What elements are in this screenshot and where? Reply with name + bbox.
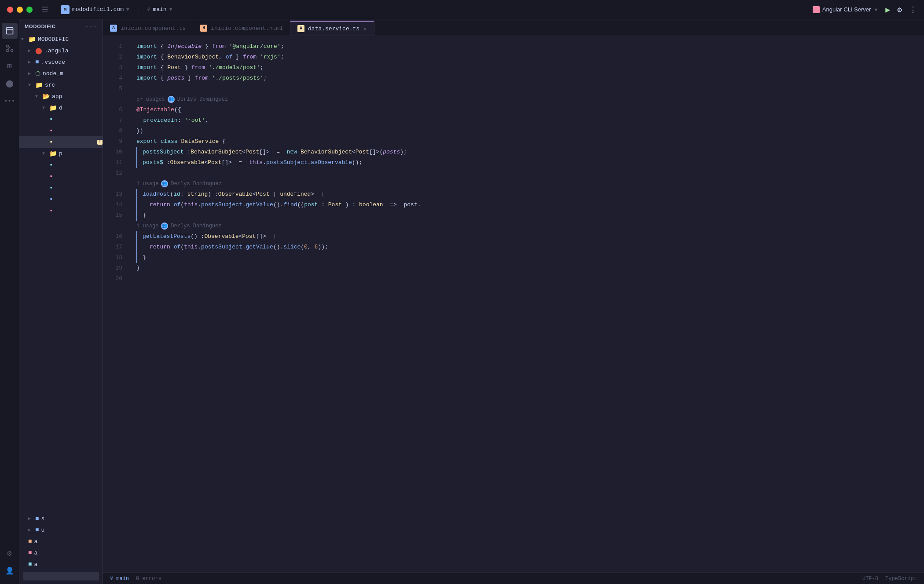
ts-file-icon: ▪	[49, 116, 53, 123]
usage-author-3: Derlys Dominguez	[171, 221, 221, 231]
project-icon: M	[61, 5, 70, 14]
code-line-8: })	[136, 126, 924, 136]
more-options-button[interactable]: ⋮	[909, 5, 917, 15]
angular-icon: ⬤	[35, 47, 42, 55]
usage-count-2: 1 usage	[136, 179, 158, 189]
data-service-tab-label: data.service.ts	[308, 26, 359, 32]
debug-icon[interactable]: ⬤	[2, 76, 18, 91]
app-window: ☰ M mododificil.com ▼ | ⑂ main ▼ Angular…	[0, 0, 924, 584]
settings-sidebar-icon[interactable]: ⚙	[2, 545, 18, 561]
project-dropdown-icon[interactable]: ▼	[126, 7, 129, 12]
avatar-1: 👥	[168, 96, 175, 103]
tab-inicio-html[interactable]: H inicio.component.html	[193, 21, 290, 36]
sidebar-toggle-icon[interactable]: ☰	[41, 5, 48, 15]
arrow-icon: ▼	[21, 37, 26, 42]
avatar-2: 👥	[161, 180, 168, 187]
inicio-html-label: inicio.component.html	[211, 25, 283, 32]
usage-hint-2: 1 usage 👥 Derlys Dominguez	[136, 179, 924, 189]
activity-bar: ⊞ ⬤ ••• ⚙ 👤	[0, 19, 19, 584]
run-button[interactable]: ▶	[885, 5, 890, 15]
traffic-lights	[7, 7, 33, 13]
arrow-icon: ▶	[28, 71, 33, 76]
ts-file-icon3: ▪	[49, 173, 53, 180]
git-icon[interactable]	[2, 40, 18, 56]
sidebar-item-app[interactable]: ▼ 📂 app	[19, 91, 103, 102]
folder-icon: 📁	[28, 36, 36, 43]
sidebar-item-p-file1[interactable]: ▪	[19, 159, 103, 171]
arrow-icon: ▶	[28, 527, 33, 533]
arrow-icon: ▶	[28, 516, 33, 521]
minimize-button[interactable]	[17, 7, 23, 13]
ts-file-icon4: ▪	[49, 184, 53, 191]
sidebar-item-vscode[interactable]: ▶ ■ .vscode	[19, 56, 103, 68]
language-status[interactable]: TypeScript	[885, 576, 917, 582]
tab-data-service[interactable]: A data.service.ts ✕	[290, 21, 374, 36]
arrow-icon: ▶	[28, 59, 33, 65]
sidebar-item-a2[interactable]: ■ a	[19, 547, 103, 558]
server-dropdown-icon[interactable]: ▼	[873, 7, 878, 12]
usage-text-2: 1 usage 👥 Derlys Dominguez	[136, 179, 222, 189]
html-icon: ■	[28, 538, 32, 545]
app-label: app	[52, 93, 62, 100]
close-button[interactable]	[7, 7, 13, 13]
sidebar-item-s[interactable]: ▶ ■ s	[19, 513, 103, 524]
sidebar-item-u[interactable]: ▶ ■ u	[19, 524, 103, 536]
code-line-2: import { BehaviorSubject, of } from 'rxj…	[136, 52, 924, 62]
editor-content[interactable]: 1 2 3 4 5 6 7 8 9 10 11 12 13 14 15	[103, 36, 924, 573]
s-label: s	[41, 515, 44, 522]
sidebar-header-more[interactable]: ···	[85, 23, 97, 30]
sidebar-item-d[interactable]: ▼ 📁 d	[19, 102, 103, 113]
d-folder-icon: 📁	[49, 104, 57, 112]
sidebar-item-p[interactable]: ▼ 📁 p	[19, 148, 103, 159]
explorer-icon[interactable]	[2, 23, 18, 39]
sidebar-header: MODODIFIC ···	[19, 19, 103, 33]
tab-close-button[interactable]: ✕	[363, 25, 367, 33]
sidebar-item-src[interactable]: ▼ 📁 src	[19, 79, 103, 91]
usage-hint-1: 5+ usages 👥 Derlys Dominguez	[136, 94, 924, 105]
angula-label: .angula	[44, 47, 69, 54]
tab-inicio-ts[interactable]: A inicio.component.ts	[103, 21, 193, 36]
sidebar-item-data-service[interactable]: ▪ !	[19, 136, 103, 148]
modified-badge: !	[97, 140, 103, 145]
more-sidebar-icon[interactable]: •••	[2, 93, 18, 109]
code-line-20	[136, 274, 924, 284]
code-line-18: }	[136, 252, 924, 263]
branch-dropdown-icon[interactable]: ▼	[169, 7, 172, 12]
sidebar-item-p-file5[interactable]: ▪	[19, 205, 103, 216]
sidebar-item-p-file2[interactable]: ▪	[19, 171, 103, 182]
sidebar-item-root[interactable]: ▼ 📁 MODODIFIC	[19, 33, 103, 45]
branch-name[interactable]: main	[153, 6, 166, 13]
svg-point-3	[6, 50, 8, 52]
account-icon[interactable]: 👤	[2, 563, 18, 579]
sidebar-tree: ▼ 📁 MODODIFIC ▶ ⬤ .angula ▶ ■ .vscode	[19, 33, 103, 513]
css-icon: ■	[28, 549, 32, 556]
sidebar-item-node[interactable]: ▶ ⬡ node_m	[19, 68, 103, 79]
sidebar-item-p-file4[interactable]: ▪	[19, 193, 103, 205]
usage-text-3: 1 usage 👥 Derlys Dominguez	[136, 221, 222, 231]
project-name[interactable]: mododificil.com	[72, 6, 124, 13]
folder-file-icon: ▪	[49, 196, 53, 203]
sidebar-title: MODODIFIC	[25, 24, 56, 29]
code-editor[interactable]: import { Injectable } from '@angular/cor…	[129, 36, 924, 573]
git-status[interactable]: ⑂ main	[110, 576, 129, 582]
server-name[interactable]: Angular CLI Server	[822, 6, 871, 13]
settings-button[interactable]: ⚙	[897, 5, 902, 15]
sidebar-item-p-file3[interactable]: ▪	[19, 182, 103, 193]
sidebar-item-angula[interactable]: ▶ ⬤ .angula	[19, 45, 103, 56]
data-service-icon: A	[297, 25, 304, 32]
arrow-icon: ▼	[28, 83, 33, 88]
arrow-icon: ▼	[42, 151, 48, 156]
maximize-button[interactable]	[26, 7, 33, 13]
sidebar-item-a1[interactable]: ■ a	[19, 536, 103, 547]
sidebar-item-a3[interactable]: ■ a	[19, 558, 103, 570]
separator: |	[136, 6, 140, 13]
usage-text-1: 5+ usages 👥 Derlys Dominguez	[136, 94, 228, 105]
sidebar-item-file2[interactable]: ▪	[19, 125, 103, 136]
a1-label: a	[34, 538, 37, 545]
code-line-15: }	[136, 210, 924, 221]
minimap-scrollbar[interactable]	[23, 572, 99, 580]
arrow-icon: ▶	[28, 48, 33, 53]
extensions-icon[interactable]: ⊞	[2, 58, 18, 74]
svg-point-2	[6, 45, 8, 47]
sidebar-item-file1[interactable]: ▪	[19, 113, 103, 125]
